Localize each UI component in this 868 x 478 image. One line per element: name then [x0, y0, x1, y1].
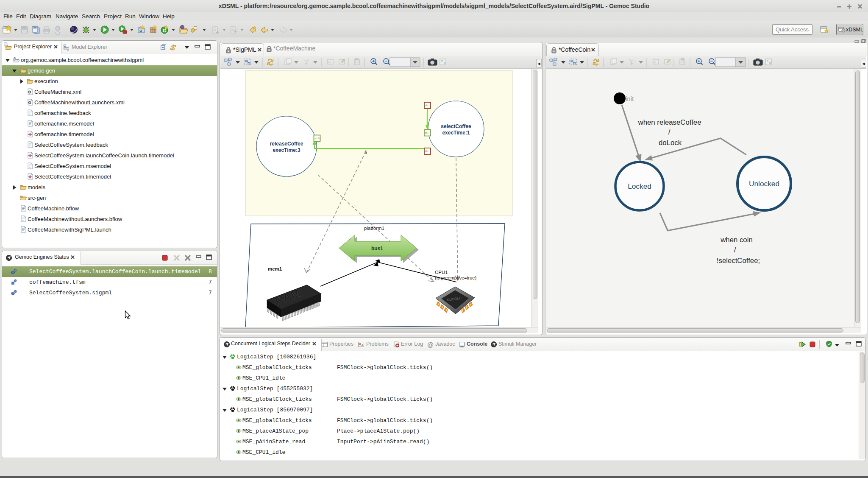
- svg-text:/: /: [668, 128, 670, 136]
- svg-text:ph..: ph..: [425, 150, 428, 152]
- svg-text:Unlocked: Unlocked: [749, 179, 779, 188]
- svg-text:execTime:3: execTime:3: [273, 147, 300, 153]
- svg-text:(is preemptive=true): (is preemptive=true): [435, 275, 476, 280]
- svg-text:when coin: when coin: [720, 236, 753, 244]
- svg-text:execTime:1: execTime:1: [442, 130, 470, 136]
- svg-text:ph..: ph..: [425, 104, 428, 106]
- svg-text:releaseCoffee: releaseCoffee: [270, 141, 303, 147]
- svg-text:init: init: [626, 95, 634, 102]
- svg-text:platform1: platform1: [364, 226, 384, 231]
- svg-text:CPU1: CPU1: [435, 270, 448, 275]
- svg-text:!selectCoffee;: !selectCoffee;: [717, 257, 760, 265]
- svg-text:6: 6: [364, 150, 367, 155]
- svg-text:mem1: mem1: [268, 266, 282, 271]
- svg-text:/: /: [734, 246, 736, 254]
- svg-text:ph..: ph..: [425, 131, 428, 134]
- svg-text:doLock: doLock: [659, 139, 682, 147]
- svg-text:ph.3m: ph.3m: [315, 137, 321, 140]
- svg-text:Locked: Locked: [628, 182, 651, 190]
- svg-text:G: G: [139, 29, 142, 33]
- svg-text:selectCoffee: selectCoffee: [441, 123, 471, 129]
- svg-text:when releaseCoffee: when releaseCoffee: [638, 118, 701, 126]
- svg-text:bus1: bus1: [371, 246, 383, 252]
